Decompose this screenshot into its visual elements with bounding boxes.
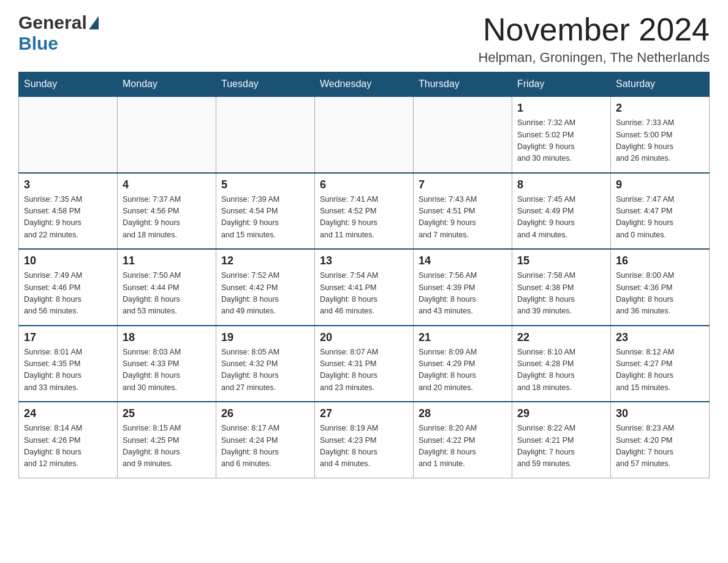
- day-number: 14: [419, 255, 507, 267]
- calendar-week-row: 1Sunrise: 7:32 AM Sunset: 5:02 PM Daylig…: [19, 96, 710, 173]
- location-subtitle: Helpman, Groningen, The Netherlands: [479, 50, 710, 66]
- day-number: 15: [517, 255, 605, 267]
- calendar-cell: 20Sunrise: 8:07 AM Sunset: 4:31 PM Dayli…: [315, 326, 414, 402]
- day-number: 24: [24, 407, 112, 420]
- calendar-cell: 9Sunrise: 7:47 AM Sunset: 4:47 PM Daylig…: [611, 173, 710, 250]
- calendar-cell: 8Sunrise: 7:45 AM Sunset: 4:49 PM Daylig…: [512, 173, 611, 250]
- day-info: Sunrise: 7:56 AM Sunset: 4:39 PM Dayligh…: [419, 270, 507, 318]
- calendar-cell: 30Sunrise: 8:23 AM Sunset: 4:20 PM Dayli…: [611, 402, 710, 478]
- calendar-week-row: 3Sunrise: 7:35 AM Sunset: 4:58 PM Daylig…: [19, 173, 710, 250]
- day-info: Sunrise: 8:23 AM Sunset: 4:20 PM Dayligh…: [616, 423, 704, 470]
- day-info: Sunrise: 8:12 AM Sunset: 4:27 PM Dayligh…: [616, 347, 704, 394]
- day-info: Sunrise: 8:22 AM Sunset: 4:21 PM Dayligh…: [517, 423, 605, 470]
- calendar-cell: [118, 96, 216, 173]
- header-saturday: Saturday: [611, 72, 710, 97]
- calendar-cell: 13Sunrise: 7:54 AM Sunset: 4:41 PM Dayli…: [315, 249, 414, 326]
- day-info: Sunrise: 7:50 AM Sunset: 4:44 PM Dayligh…: [123, 270, 211, 318]
- calendar-cell: 2Sunrise: 7:33 AM Sunset: 5:00 PM Daylig…: [611, 96, 710, 173]
- logo-triangle-icon: [89, 16, 99, 29]
- day-number: 28: [419, 407, 507, 420]
- calendar-cell: 18Sunrise: 8:03 AM Sunset: 4:33 PM Dayli…: [118, 326, 216, 402]
- header-tuesday: Tuesday: [216, 72, 315, 97]
- day-number: 17: [24, 331, 112, 344]
- day-info: Sunrise: 8:17 AM Sunset: 4:24 PM Dayligh…: [221, 423, 309, 470]
- calendar-cell: 22Sunrise: 8:10 AM Sunset: 4:28 PM Dayli…: [512, 326, 611, 402]
- day-number: 1: [517, 102, 605, 115]
- calendar-cell: 10Sunrise: 7:49 AM Sunset: 4:46 PM Dayli…: [19, 249, 118, 326]
- header-friday: Friday: [512, 72, 611, 97]
- calendar-week-row: 24Sunrise: 8:14 AM Sunset: 4:26 PM Dayli…: [19, 402, 710, 478]
- day-info: Sunrise: 7:32 AM Sunset: 5:02 PM Dayligh…: [517, 117, 605, 165]
- calendar-cell: 29Sunrise: 8:22 AM Sunset: 4:21 PM Dayli…: [512, 402, 611, 478]
- calendar-cell: [414, 96, 512, 173]
- calendar-cell: 11Sunrise: 7:50 AM Sunset: 4:44 PM Dayli…: [118, 249, 216, 326]
- day-info: Sunrise: 8:09 AM Sunset: 4:29 PM Dayligh…: [419, 347, 507, 394]
- calendar-cell: 1Sunrise: 7:32 AM Sunset: 5:02 PM Daylig…: [512, 96, 611, 173]
- calendar-cell: [315, 96, 414, 173]
- day-info: Sunrise: 8:05 AM Sunset: 4:32 PM Dayligh…: [221, 347, 309, 394]
- logo: General Blue: [18, 12, 99, 54]
- day-number: 13: [320, 255, 408, 267]
- day-number: 29: [517, 407, 605, 420]
- calendar-cell: 25Sunrise: 8:15 AM Sunset: 4:25 PM Dayli…: [118, 402, 216, 478]
- day-info: Sunrise: 7:35 AM Sunset: 4:58 PM Dayligh…: [24, 194, 112, 242]
- day-info: Sunrise: 8:19 AM Sunset: 4:23 PM Dayligh…: [320, 423, 408, 470]
- day-info: Sunrise: 8:07 AM Sunset: 4:31 PM Dayligh…: [320, 347, 408, 394]
- day-number: 12: [221, 255, 309, 267]
- title-area: November 2024 Helpman, Groningen, The Ne…: [479, 12, 710, 66]
- day-info: Sunrise: 7:33 AM Sunset: 5:00 PM Dayligh…: [616, 117, 704, 165]
- day-info: Sunrise: 8:01 AM Sunset: 4:35 PM Dayligh…: [24, 347, 112, 394]
- day-number: 21: [419, 331, 507, 344]
- calendar-header-row: SundayMondayTuesdayWednesdayThursdayFrid…: [19, 72, 710, 97]
- calendar-cell: 27Sunrise: 8:19 AM Sunset: 4:23 PM Dayli…: [315, 402, 414, 478]
- calendar-cell: 17Sunrise: 8:01 AM Sunset: 4:35 PM Dayli…: [19, 326, 118, 402]
- day-number: 5: [221, 178, 309, 191]
- calendar-cell: 4Sunrise: 7:37 AM Sunset: 4:56 PM Daylig…: [118, 173, 216, 250]
- header-thursday: Thursday: [414, 72, 512, 97]
- calendar-cell: 14Sunrise: 7:56 AM Sunset: 4:39 PM Dayli…: [414, 249, 512, 326]
- day-number: 23: [616, 331, 704, 344]
- day-info: Sunrise: 8:10 AM Sunset: 4:28 PM Dayligh…: [517, 347, 605, 394]
- day-info: Sunrise: 7:43 AM Sunset: 4:51 PM Dayligh…: [419, 194, 507, 242]
- day-info: Sunrise: 7:39 AM Sunset: 4:54 PM Dayligh…: [221, 194, 309, 242]
- page-header: General Blue November 2024 Helpman, Gron…: [18, 12, 710, 66]
- month-title: November 2024: [479, 12, 710, 47]
- header-sunday: Sunday: [19, 72, 118, 97]
- day-info: Sunrise: 7:58 AM Sunset: 4:38 PM Dayligh…: [517, 270, 605, 318]
- day-number: 7: [419, 178, 507, 191]
- day-number: 16: [616, 255, 704, 267]
- day-number: 27: [320, 407, 408, 420]
- day-number: 22: [517, 331, 605, 344]
- day-info: Sunrise: 8:00 AM Sunset: 4:36 PM Dayligh…: [616, 270, 704, 318]
- day-info: Sunrise: 7:49 AM Sunset: 4:46 PM Dayligh…: [24, 270, 112, 318]
- day-number: 11: [123, 255, 211, 267]
- calendar-cell: 3Sunrise: 7:35 AM Sunset: 4:58 PM Daylig…: [19, 173, 118, 250]
- calendar-cell: 19Sunrise: 8:05 AM Sunset: 4:32 PM Dayli…: [216, 326, 315, 402]
- day-number: 18: [123, 331, 211, 344]
- day-info: Sunrise: 7:54 AM Sunset: 4:41 PM Dayligh…: [320, 270, 408, 318]
- calendar-cell: 16Sunrise: 8:00 AM Sunset: 4:36 PM Dayli…: [611, 249, 710, 326]
- day-info: Sunrise: 8:20 AM Sunset: 4:22 PM Dayligh…: [419, 423, 507, 470]
- calendar-cell: 12Sunrise: 7:52 AM Sunset: 4:42 PM Dayli…: [216, 249, 315, 326]
- calendar-week-row: 17Sunrise: 8:01 AM Sunset: 4:35 PM Dayli…: [19, 326, 710, 402]
- calendar-cell: [216, 96, 315, 173]
- day-number: 19: [221, 331, 309, 344]
- day-info: Sunrise: 7:41 AM Sunset: 4:52 PM Dayligh…: [320, 194, 408, 242]
- calendar-cell: 15Sunrise: 7:58 AM Sunset: 4:38 PM Dayli…: [512, 249, 611, 326]
- day-info: Sunrise: 7:47 AM Sunset: 4:47 PM Dayligh…: [616, 194, 704, 242]
- day-info: Sunrise: 7:52 AM Sunset: 4:42 PM Dayligh…: [221, 270, 309, 318]
- day-number: 26: [221, 407, 309, 420]
- calendar-week-row: 10Sunrise: 7:49 AM Sunset: 4:46 PM Dayli…: [19, 249, 710, 326]
- day-number: 6: [320, 178, 408, 191]
- day-number: 30: [616, 407, 704, 420]
- calendar-cell: 21Sunrise: 8:09 AM Sunset: 4:29 PM Dayli…: [414, 326, 512, 402]
- header-monday: Monday: [118, 72, 216, 97]
- day-number: 10: [24, 255, 112, 267]
- calendar-cell: 26Sunrise: 8:17 AM Sunset: 4:24 PM Dayli…: [216, 402, 315, 478]
- logo-text-general: General: [18, 12, 87, 33]
- day-info: Sunrise: 7:45 AM Sunset: 4:49 PM Dayligh…: [517, 194, 605, 242]
- day-info: Sunrise: 7:37 AM Sunset: 4:56 PM Dayligh…: [123, 194, 211, 242]
- day-number: 25: [123, 407, 211, 420]
- calendar-cell: 23Sunrise: 8:12 AM Sunset: 4:27 PM Dayli…: [611, 326, 710, 402]
- day-number: 4: [123, 178, 211, 191]
